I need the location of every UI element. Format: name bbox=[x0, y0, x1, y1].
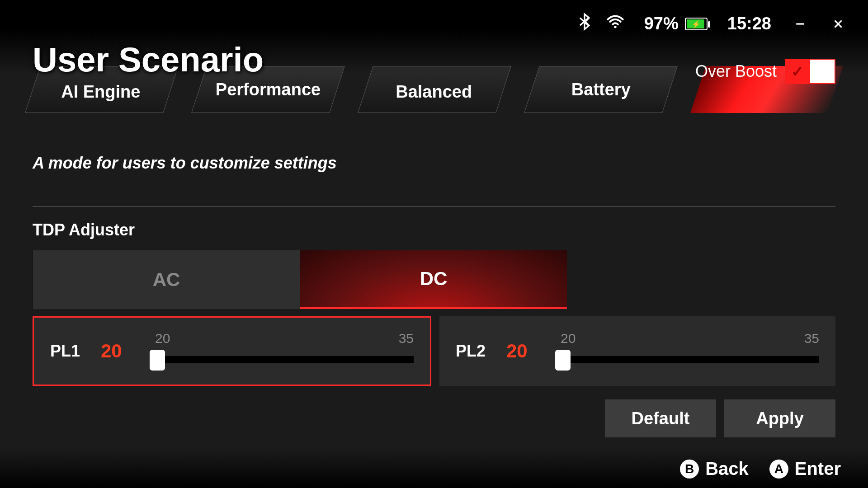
tab-label: Battery bbox=[571, 80, 631, 99]
status-bar: 97% ⚡ 15:28 bbox=[576, 13, 847, 35]
slider-pl1[interactable]: PL1 20 20 35 bbox=[33, 316, 431, 386]
slider-thumb[interactable] bbox=[555, 350, 571, 371]
prompt-label: Back bbox=[705, 459, 749, 479]
divider bbox=[33, 206, 835, 206]
action-buttons: Default Apply bbox=[605, 399, 835, 437]
toggle-thumb bbox=[810, 60, 835, 83]
battery-icon: ⚡ bbox=[685, 18, 708, 30]
status-icons bbox=[576, 13, 624, 35]
button-label: Apply bbox=[756, 409, 804, 428]
apply-button[interactable]: Apply bbox=[724, 399, 835, 437]
clock: 15:28 bbox=[727, 14, 771, 33]
wifi-icon bbox=[606, 13, 624, 35]
slider-min: 20 bbox=[155, 331, 170, 346]
tab-battery[interactable]: Battery bbox=[524, 66, 678, 113]
slider-track[interactable]: 20 35 bbox=[552, 331, 819, 371]
slider-name: PL1 bbox=[50, 342, 86, 361]
tab-label: Performance bbox=[216, 80, 321, 99]
slider-value: 20 bbox=[506, 340, 538, 362]
button-label: Default bbox=[632, 409, 690, 428]
tab-label: Balanced bbox=[396, 82, 472, 102]
slider-track[interactable]: 20 35 bbox=[147, 331, 414, 371]
slider-pl2[interactable]: PL2 20 20 35 bbox=[439, 316, 835, 386]
footer-prompts: B Back A Enter bbox=[680, 459, 841, 479]
tab-label: AI Engine bbox=[61, 82, 141, 102]
tab-ac[interactable]: AC bbox=[33, 250, 300, 309]
slider-thumb[interactable] bbox=[150, 350, 165, 371]
over-boost-toggle[interactable]: ✓ bbox=[785, 59, 835, 84]
slider-max: 35 bbox=[804, 331, 819, 346]
page-title: User Scenario bbox=[33, 40, 264, 79]
battery-status: 97% ⚡ bbox=[644, 14, 708, 33]
minimize-button[interactable] bbox=[791, 15, 809, 33]
svg-point-0 bbox=[614, 26, 616, 28]
default-button[interactable]: Default bbox=[605, 399, 716, 437]
check-icon: ✓ bbox=[785, 59, 810, 84]
tab-dc[interactable]: DC bbox=[300, 250, 567, 309]
close-button[interactable] bbox=[829, 15, 847, 33]
tab-label: AC bbox=[153, 269, 180, 291]
slider-name: PL2 bbox=[456, 342, 492, 361]
over-boost-row: Over Boost ✓ bbox=[695, 59, 835, 84]
b-button-icon: B bbox=[680, 460, 699, 479]
slider-value: 20 bbox=[101, 340, 132, 362]
tab-label: DC bbox=[420, 268, 448, 290]
battery-percent: 97% bbox=[644, 14, 679, 33]
prompt-enter: A Enter bbox=[769, 459, 841, 479]
bluetooth-icon bbox=[576, 13, 594, 35]
a-button-icon: A bbox=[769, 460, 788, 479]
prompt-label: Enter bbox=[795, 459, 841, 479]
tdp-sliders: PL1 20 20 35 PL2 20 20 35 bbox=[33, 316, 835, 386]
over-boost-label: Over Boost bbox=[695, 62, 777, 81]
slider-max: 35 bbox=[399, 331, 414, 346]
tab-balanced[interactable]: Balanced bbox=[358, 66, 511, 113]
prompt-back: B Back bbox=[680, 459, 749, 479]
power-source-tabs: AC DC bbox=[33, 250, 567, 309]
slider-min: 20 bbox=[561, 331, 576, 346]
tdp-title: TDP Adjuster bbox=[33, 221, 135, 239]
mode-description: A mode for users to customize settings bbox=[33, 154, 337, 173]
